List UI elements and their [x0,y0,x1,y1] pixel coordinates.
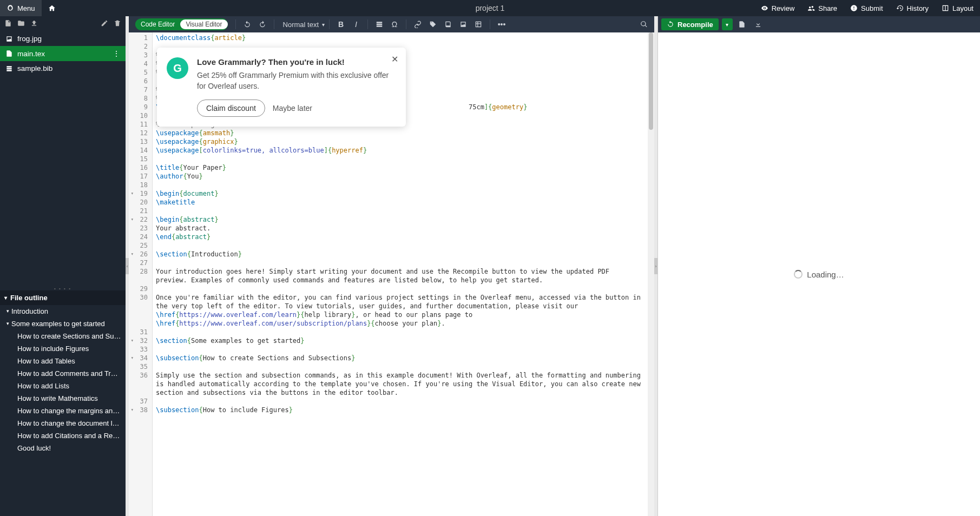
outline-subitem[interactable]: How to create Sections and Subsec... [0,330,126,342]
symbol-button[interactable]: Ω [387,17,402,31]
history-button[interactable]: History [890,0,935,16]
share-label: Share [818,4,837,12]
menu-button[interactable]: Menu [0,0,42,16]
top-navbar: Menu project 1 Review Share Submit Histo… [0,0,980,16]
logs-button[interactable] [735,17,749,31]
code-line[interactable]: \title{Your Paper} [156,163,644,172]
code-line[interactable]: \section{Introduction} [156,250,644,259]
code-line[interactable]: \subsection{How to create Sections and S… [156,354,644,362]
code-line[interactable] [156,259,644,267]
code-line[interactable]: \begin{abstract} [156,215,644,224]
code-line[interactable] [156,181,644,189]
upload-button[interactable] [30,19,38,29]
file-item[interactable]: sample.bib [0,61,126,76]
recompile-button[interactable]: Recompile [661,18,719,30]
home-button[interactable] [42,0,62,16]
maybe-later-button[interactable]: Maybe later [273,104,312,113]
line-number: 22 [129,215,152,224]
new-file-button[interactable] [4,19,12,29]
link-button[interactable] [411,17,425,31]
image-icon [459,21,467,28]
file-icon [738,21,746,28]
review-button[interactable]: Review [754,0,801,16]
layout-button[interactable]: Layout [935,0,980,16]
code-line[interactable] [156,285,644,293]
outline-subitem[interactable]: How to write Mathematics [0,392,126,405]
code-line[interactable] [156,155,644,163]
mode-code-btn[interactable]: Code Editor [135,19,180,29]
code-line[interactable]: \maketitle [156,198,644,207]
undo-button[interactable] [240,17,254,31]
submit-label: Submit [861,4,883,12]
code-line[interactable] [156,207,644,215]
bold-button[interactable]: B [334,17,348,31]
popup-close-button[interactable]: ✕ [391,54,398,64]
heading-select[interactable]: Normal text [279,18,325,31]
italic-icon: I [355,20,357,29]
scrollbar-thumb[interactable] [649,32,653,130]
code-line[interactable]: Your introduction goes here! Simply star… [156,267,644,285]
code-line[interactable]: \author{You} [156,172,644,181]
table-button[interactable] [471,17,485,31]
file-menu-button[interactable]: ⋮ [113,49,120,58]
code-line[interactable]: \subsection{How to include Figures} [156,406,644,414]
editor-mode-toggle[interactable]: Code Editor Visual Editor [135,18,228,30]
outline-subitem[interactable]: How to add Comments and Track ... [0,367,126,380]
more-button[interactable]: ••• [495,17,509,31]
bold-icon: B [338,20,344,29]
rename-button[interactable] [101,19,108,29]
outline-subitem[interactable]: How to add Lists [0,380,126,392]
code-line[interactable] [156,362,644,371]
code-line[interactable] [156,397,644,406]
outline-item[interactable]: ▾Introduction [0,305,126,317]
code-line[interactable]: Simply use the section and subsection co… [156,371,644,397]
claim-discount-button[interactable]: Claim discount [197,100,265,117]
ref-button[interactable] [426,17,440,31]
math-button[interactable] [372,17,386,31]
pdf-viewer: Loading… [658,32,980,516]
line-number: 2 [129,42,152,51]
outline-item[interactable]: ▾Some examples to get started [0,317,126,330]
code-line[interactable]: \usepackage{graphicx} [156,137,644,146]
delete-button[interactable] [114,19,121,29]
code-line[interactable] [156,241,644,250]
outline-header[interactable]: ▾ File outline [0,290,126,305]
code-line[interactable] [156,345,644,354]
tag-icon [429,21,437,28]
line-number: 34 [129,354,152,362]
new-folder-button[interactable] [17,19,25,29]
share-icon [807,4,815,12]
outline-subitem[interactable]: How to include Figures [0,342,126,355]
submit-button[interactable]: Submit [844,0,889,16]
editor-scrollbar[interactable] [648,32,654,516]
outline-subitem[interactable]: How to add Citations and a Refere... [0,429,126,442]
panel-splitter-right[interactable]: › [654,16,657,516]
outline-subitem[interactable]: How to change the margins and pa... [0,405,126,417]
code-line[interactable]: \begin{document} [156,189,644,198]
file-item[interactable]: main.tex⋮ [0,46,126,61]
code-line[interactable]: \documentclass{article} [156,34,644,42]
code-line[interactable]: \end{abstract} [156,233,644,241]
code-line[interactable]: \usepackage[colorlinks=true, allcolors=b… [156,146,644,155]
link-icon [414,21,422,28]
figure-button[interactable] [456,17,470,31]
code-line[interactable]: Your abstract. [156,224,644,233]
outline-subitem[interactable]: How to add Tables [0,355,126,367]
cite-button[interactable] [441,17,455,31]
italic-button[interactable]: I [349,17,363,31]
line-number: 12 [129,129,152,137]
outline-subitem[interactable]: Good luck! [0,442,126,454]
code-line[interactable]: Once you're familiar with the editor, yo… [156,293,644,328]
search-button[interactable] [637,17,651,31]
recompile-dropdown[interactable]: ▾ [722,18,733,30]
download-button[interactable] [751,17,765,31]
code-line[interactable]: \usepackage{amsmath} [156,129,644,137]
code-line[interactable]: \section{Some examples to get started} [156,336,644,345]
redo-button[interactable] [255,17,269,31]
mode-visual-btn[interactable]: Visual Editor [180,19,227,29]
share-button[interactable]: Share [801,0,844,16]
chevron-down-icon: ▾ [6,308,9,314]
outline-subitem[interactable]: How to change the document lang... [0,417,126,429]
file-item[interactable]: frog.jpg [0,31,126,46]
code-line[interactable] [156,328,644,336]
